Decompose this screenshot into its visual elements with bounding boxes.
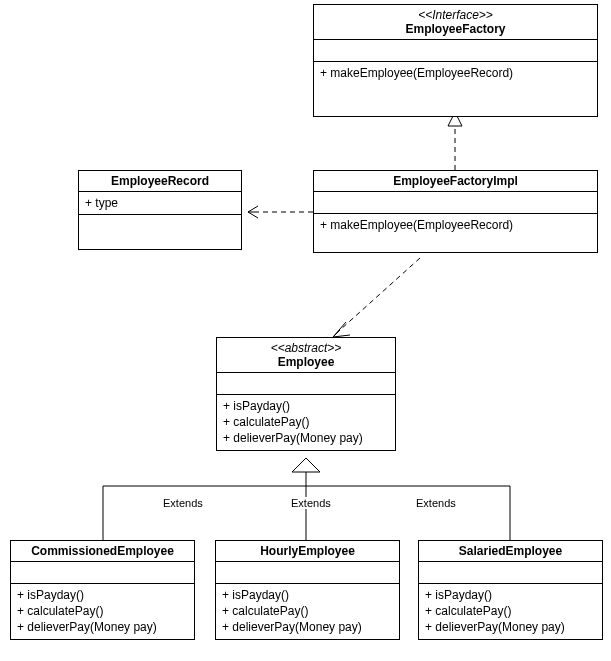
svg-marker-4 [292,458,320,472]
class-commissioned-employee: CommissionedEmployee + isPayday() + calc… [10,540,195,640]
class-title-section: CommissionedEmployee [11,541,194,562]
class-methods-section: + makeEmployee(EmployeeRecord) [314,62,597,116]
class-methods-section: + isPayday() + calculatePay() + deliever… [216,584,399,639]
class-methods-section [79,215,241,249]
edge-factoryimpl-to-record [248,206,313,218]
edge-label-extends: Extends [290,497,332,509]
class-title-section: EmployeeFactoryImpl [314,171,597,192]
class-attrs-section [11,562,194,584]
class-name-label: Employee [223,355,389,369]
class-salaried-employee: SalariedEmployee + isPayday() + calculat… [418,540,603,640]
class-employee: <<abstract>> Employee + isPayday() + cal… [216,337,396,451]
class-title-section: EmployeeRecord [79,171,241,192]
method-label: + isPayday() [425,587,596,603]
class-name-label: EmployeeRecord [85,174,235,188]
method-label: + delieverPay(Money pay) [223,430,389,446]
attr-label: + type [85,195,235,211]
method-label: + delieverPay(Money pay) [222,619,393,635]
class-title-section: <<Interface>> EmployeeFactory [314,5,597,40]
class-attrs-section [419,562,602,584]
method-label: + isPayday() [17,587,188,603]
class-employee-record: EmployeeRecord + type [78,170,242,250]
method-label: + calculatePay() [223,414,389,430]
method-label: + delieverPay(Money pay) [425,619,596,635]
class-hourly-employee: HourlyEmployee + isPayday() + calculateP… [215,540,400,640]
class-attrs-section [314,40,597,62]
method-label: + calculatePay() [222,603,393,619]
edge-factoryimpl-to-employee [333,258,420,337]
edge-label-extends: Extends [415,497,457,509]
class-title-section: HourlyEmployee [216,541,399,562]
method-label: + makeEmployee(EmployeeRecord) [320,65,591,81]
class-methods-section: + makeEmployee(EmployeeRecord) [314,214,597,252]
class-attrs-section [217,373,395,395]
edge-factoryimpl-to-factory [448,112,462,170]
class-name-label: EmployeeFactory [320,22,591,36]
class-name-label: CommissionedEmployee [17,544,188,558]
class-name-label: SalariedEmployee [425,544,596,558]
method-label: + isPayday() [222,587,393,603]
stereotype-label: <<abstract>> [223,341,389,355]
class-attrs-section: + type [79,192,241,215]
method-label: + calculatePay() [425,603,596,619]
class-title-section: <<abstract>> Employee [217,338,395,373]
class-attrs-section [216,562,399,584]
stereotype-label: <<Interface>> [320,8,591,22]
class-name-label: HourlyEmployee [222,544,393,558]
inheritance-marker [292,458,320,472]
class-employee-factory: <<Interface>> EmployeeFactory + makeEmpl… [313,4,598,117]
class-employee-factory-impl: EmployeeFactoryImpl + makeEmployee(Emplo… [313,170,598,253]
method-label: + calculatePay() [17,603,188,619]
class-name-label: EmployeeFactoryImpl [320,174,591,188]
class-title-section: SalariedEmployee [419,541,602,562]
svg-line-3 [340,258,420,330]
class-methods-section: + isPayday() + calculatePay() + deliever… [419,584,602,639]
edge-label-extends: Extends [162,497,204,509]
class-methods-section: + isPayday() + calculatePay() + deliever… [217,395,395,450]
class-methods-section: + isPayday() + calculatePay() + deliever… [11,584,194,639]
class-attrs-section [314,192,597,214]
method-label: + isPayday() [223,398,389,414]
method-label: + delieverPay(Money pay) [17,619,188,635]
method-label: + makeEmployee(EmployeeRecord) [320,217,591,233]
